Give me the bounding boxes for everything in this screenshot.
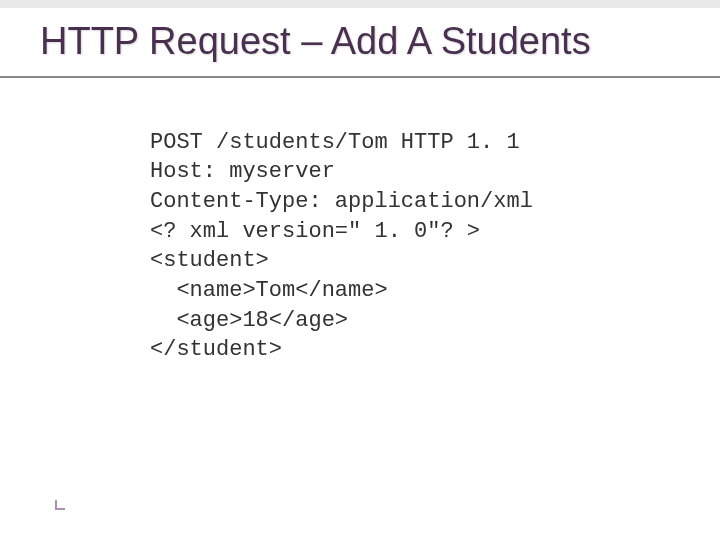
accent-corner-decoration: [55, 500, 65, 510]
code-line-8: </student>: [150, 337, 282, 362]
code-line-7: <age>18</age>: [150, 308, 348, 333]
code-line-3: Content-Type: application/xml: [150, 189, 533, 214]
code-line-2: Host: myserver: [150, 159, 335, 184]
code-block: POST /students/Tom HTTP 1. 1 Host: myser…: [150, 128, 720, 366]
code-line-1: POST /students/Tom HTTP 1. 1: [150, 130, 520, 155]
code-line-4: <? xml version=" 1. 0"? >: [150, 219, 480, 244]
code-line-6: <name>Tom</name>: [150, 278, 388, 303]
slide-title: HTTP Request – Add A Students: [40, 18, 680, 66]
top-decoration-bar: [0, 0, 720, 8]
code-line-5: <student>: [150, 248, 269, 273]
title-container: HTTP Request – Add A Students: [0, 0, 720, 78]
